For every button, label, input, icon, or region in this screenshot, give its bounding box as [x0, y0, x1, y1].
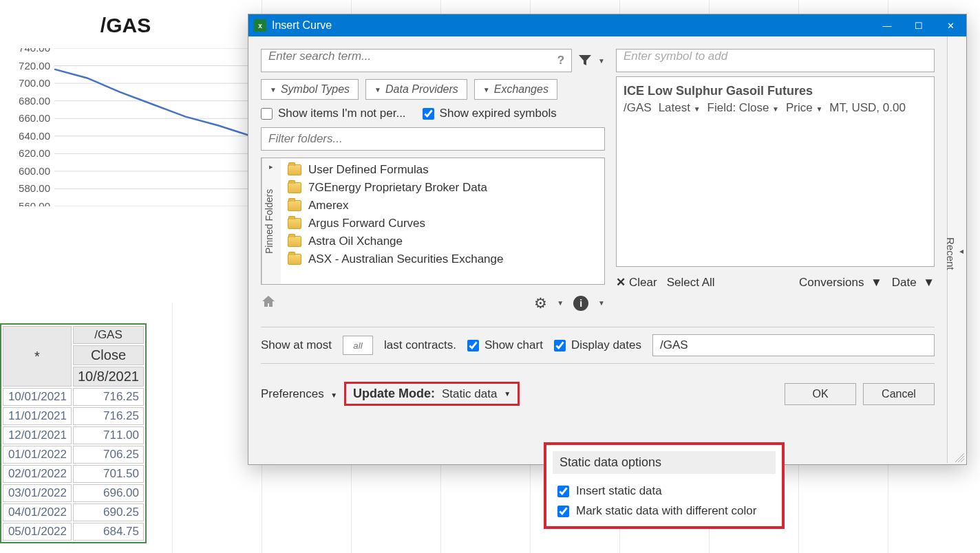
- folder-item[interactable]: 7GEnergy Proprietary Broker Data: [281, 179, 604, 197]
- static-options-popup: Static data options Insert static data M…: [544, 442, 785, 529]
- data-providers-dropdown[interactable]: ▼Data Providers: [365, 79, 467, 100]
- show-at-most-label: Show at most: [261, 338, 332, 352]
- gear-icon[interactable]: ⚙: [534, 295, 547, 312]
- update-mode-control[interactable]: Update Mode: Static data ▼: [344, 382, 520, 406]
- svg-text:740.00: 740.00: [19, 48, 50, 54]
- col2-header-l2: Close: [73, 345, 144, 365]
- table-row[interactable]: 02/01/2022701.50: [3, 465, 144, 483]
- folder-list[interactable]: User Defined Formulas7GEnergy Proprietar…: [281, 158, 604, 284]
- details-latest-dd[interactable]: Latest ▼: [659, 101, 701, 115]
- filter-dropdown-caret[interactable]: ▼: [598, 57, 605, 65]
- folder-icon: [288, 236, 301, 247]
- folder-icon: [288, 218, 301, 229]
- chart-container: /GAS 560.00580.00600.00620.00640.00660.0…: [0, 0, 251, 303]
- help-icon[interactable]: ?: [557, 54, 564, 67]
- info-caret[interactable]: ▼: [598, 299, 605, 307]
- show-chart-checkbox[interactable]: Show chart: [467, 338, 543, 352]
- table-row[interactable]: 03/01/2022696.00: [3, 484, 144, 502]
- insert-static-checkbox[interactable]: Insert static data: [551, 482, 778, 502]
- filter-folders-input[interactable]: Filter folders...: [261, 127, 605, 151]
- contract-count-input[interactable]: [343, 336, 373, 355]
- home-icon[interactable]: [261, 294, 276, 312]
- details-price-dd[interactable]: Price ▼: [786, 101, 822, 115]
- svg-text:620.00: 620.00: [19, 147, 50, 159]
- col2-header-l3: 10/8/2021: [73, 367, 144, 387]
- folder-icon: [288, 182, 301, 193]
- chart-title: /GAS: [0, 14, 251, 37]
- info-icon[interactable]: i: [573, 296, 588, 311]
- ok-button[interactable]: OK: [785, 383, 856, 405]
- recent-panel-tab[interactable]: ◂Recent: [947, 36, 966, 463]
- popup-title: Static data options: [553, 451, 776, 474]
- symbol-display-input[interactable]: /GAS: [652, 334, 935, 356]
- folder-item[interactable]: User Defined Formulas: [281, 161, 604, 179]
- filter-icon[interactable]: [577, 53, 593, 68]
- show-not-permitted-checkbox[interactable]: Show items I'm not per...: [261, 107, 406, 120]
- cancel-button[interactable]: Cancel: [863, 383, 935, 405]
- symbol-input[interactable]: Enter symbol to add: [616, 49, 935, 72]
- folder-item[interactable]: Astra Oil Xchange: [281, 232, 604, 250]
- pinned-folders-tab[interactable]: Pinned Folders: [262, 158, 281, 284]
- folder-item[interactable]: Amerex: [281, 197, 604, 215]
- details-unit: MT, USD, 0.00: [829, 101, 906, 115]
- svg-text:660.00: 660.00: [19, 112, 50, 124]
- svg-text:600.00: 600.00: [19, 165, 50, 177]
- folder-icon: [288, 254, 301, 265]
- folder-item[interactable]: ASX - Australian Securities Exchange: [281, 250, 604, 268]
- svg-text:580.00: 580.00: [19, 182, 50, 194]
- excel-icon: x: [254, 19, 266, 32]
- close-button[interactable]: ✕: [935, 14, 966, 36]
- table-row[interactable]: 10/01/2021716.25: [3, 388, 144, 406]
- preferences-dropdown[interactable]: Preferences ▼: [261, 387, 337, 401]
- details-title: ICE Low Sulphur Gasoil Futures: [624, 84, 927, 98]
- table-row[interactable]: 01/01/2022706.25: [3, 446, 144, 464]
- folder-item[interactable]: Argus Forward Curves: [281, 215, 604, 232]
- dialog-title: Insert Curve: [272, 19, 871, 32]
- table-row[interactable]: 04/01/2022690.25: [3, 503, 144, 521]
- resize-grip[interactable]: [955, 453, 964, 462]
- details-symbol: /GAS: [624, 101, 652, 115]
- details-field-dd[interactable]: Field: Close ▼: [707, 101, 779, 115]
- svg-text:720.00: 720.00: [19, 60, 50, 72]
- col2-header-l1: /GAS: [73, 326, 144, 344]
- select-all-button[interactable]: Select All: [667, 276, 715, 290]
- last-contracts-label: last contracts.: [384, 338, 456, 352]
- table-row[interactable]: 12/01/2021711.00: [3, 426, 144, 444]
- display-dates-checkbox[interactable]: Display dates: [554, 338, 641, 352]
- exchanges-dropdown[interactable]: ▼Exchanges: [474, 79, 557, 100]
- titlebar[interactable]: x Insert Curve — ☐ ✕: [248, 14, 966, 36]
- symbol-types-dropdown[interactable]: ▼Symbol Types: [261, 79, 359, 100]
- chart-plot: 560.00580.00600.00620.00640.00660.00680.…: [16, 48, 251, 206]
- show-expired-checkbox[interactable]: Show expired symbols: [423, 107, 557, 120]
- gear-caret[interactable]: ▼: [557, 299, 564, 307]
- search-input[interactable]: Enter search term... ?: [261, 49, 572, 72]
- insert-curve-dialog: x Insert Curve — ☐ ✕ ◂Recent Enter searc…: [248, 14, 967, 465]
- clear-button[interactable]: ✕Clear: [616, 275, 657, 290]
- folder-icon: [288, 164, 301, 175]
- minimize-button[interactable]: —: [871, 14, 903, 36]
- svg-text:700.00: 700.00: [19, 77, 50, 89]
- data-table: * /GAS Close 10/8/2021 10/01/2021716.251…: [0, 323, 147, 543]
- svg-text:640.00: 640.00: [19, 130, 50, 142]
- folder-icon: [288, 200, 301, 211]
- svg-text:680.00: 680.00: [19, 95, 50, 107]
- table-row[interactable]: 11/01/2021716.25: [3, 407, 144, 425]
- maximize-button[interactable]: ☐: [903, 14, 935, 36]
- svg-text:560.00: 560.00: [19, 200, 50, 206]
- mark-static-checkbox[interactable]: Mark static data with different color: [551, 502, 778, 522]
- date-dropdown[interactable]: Date ▼: [892, 276, 935, 290]
- table-row[interactable]: 05/01/2022684.75: [3, 523, 144, 541]
- col1-header: *: [3, 326, 72, 387]
- conversions-dropdown[interactable]: Conversions ▼: [799, 276, 882, 290]
- symbol-details: ICE Low Sulphur Gasoil Futures /GAS Late…: [616, 76, 935, 267]
